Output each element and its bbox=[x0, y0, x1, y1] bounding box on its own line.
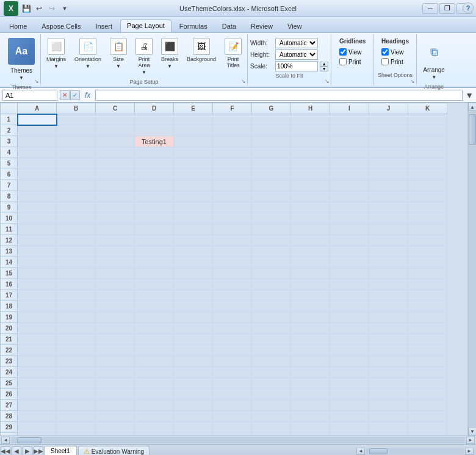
cell-E8[interactable] bbox=[174, 191, 213, 202]
row-header-15[interactable]: 15 bbox=[1, 268, 18, 279]
cell-I9[interactable] bbox=[330, 202, 369, 213]
cell-H10[interactable] bbox=[291, 213, 330, 224]
cell-H15[interactable] bbox=[291, 268, 330, 279]
horizontal-scrollbar[interactable]: ◄ ► bbox=[0, 435, 476, 444]
cell-J8[interactable] bbox=[369, 191, 408, 202]
height-select[interactable]: Automatic 1 page 2 pages bbox=[275, 49, 318, 60]
cell-H17[interactable] bbox=[291, 290, 330, 301]
cell-I25[interactable] bbox=[330, 378, 369, 389]
cell-D26[interactable] bbox=[135, 389, 174, 400]
cell-I16[interactable] bbox=[330, 279, 369, 290]
cell-E11[interactable] bbox=[174, 224, 213, 235]
cell-A23[interactable] bbox=[18, 356, 57, 367]
cell-A16[interactable] bbox=[18, 279, 57, 290]
cell-A25[interactable] bbox=[18, 378, 57, 389]
cell-I24[interactable] bbox=[330, 367, 369, 378]
cell-J21[interactable] bbox=[369, 334, 408, 345]
cell-A12[interactable] bbox=[18, 235, 57, 246]
headings-print-checkbox[interactable] bbox=[381, 58, 389, 65]
cell-B27[interactable] bbox=[57, 400, 96, 411]
row-header-30[interactable]: 30 bbox=[1, 433, 18, 436]
cell-A4[interactable] bbox=[18, 147, 57, 158]
cell-D24[interactable] bbox=[135, 367, 174, 378]
sheet-nav-first[interactable]: ◀◀ bbox=[1, 446, 10, 456]
cell-K3[interactable] bbox=[408, 136, 447, 147]
cell-A6[interactable] bbox=[18, 169, 57, 180]
col-header-F[interactable]: F bbox=[213, 103, 252, 114]
tab-insert[interactable]: Insert bbox=[89, 20, 120, 32]
cell-K8[interactable] bbox=[408, 191, 447, 202]
cell-H2[interactable] bbox=[291, 125, 330, 136]
scroll-up-btn[interactable]: ▲ bbox=[468, 103, 476, 111]
cell-H5[interactable] bbox=[291, 158, 330, 169]
cell-E1[interactable] bbox=[174, 114, 213, 125]
cell-G13[interactable] bbox=[252, 246, 291, 257]
cell-K10[interactable] bbox=[408, 213, 447, 224]
cell-F30[interactable] bbox=[213, 433, 252, 436]
cell-I27[interactable] bbox=[330, 400, 369, 411]
cell-H22[interactable] bbox=[291, 345, 330, 356]
cell-C10[interactable] bbox=[96, 213, 135, 224]
cell-D5[interactable] bbox=[135, 158, 174, 169]
save-quick-btn[interactable]: 💾 bbox=[21, 3, 32, 14]
cell-B10[interactable] bbox=[57, 213, 96, 224]
cell-B12[interactable] bbox=[57, 235, 96, 246]
cell-I30[interactable] bbox=[330, 433, 369, 436]
col-header-B[interactable]: B bbox=[57, 103, 96, 114]
cell-E6[interactable] bbox=[174, 169, 213, 180]
cell-B20[interactable] bbox=[57, 323, 96, 334]
row-header-9[interactable]: 9 bbox=[1, 202, 18, 213]
cell-F6[interactable] bbox=[213, 169, 252, 180]
cell-D30[interactable] bbox=[135, 433, 174, 436]
cell-G5[interactable] bbox=[252, 158, 291, 169]
cell-D16[interactable] bbox=[135, 279, 174, 290]
row-header-7[interactable]: 7 bbox=[1, 180, 18, 191]
cell-G11[interactable] bbox=[252, 224, 291, 235]
cell-I20[interactable] bbox=[330, 323, 369, 334]
tab-data[interactable]: Data bbox=[215, 20, 243, 32]
cell-F8[interactable] bbox=[213, 191, 252, 202]
gridlines-view-checkbox[interactable] bbox=[339, 48, 347, 56]
cell-C1[interactable] bbox=[96, 114, 135, 125]
cell-H23[interactable] bbox=[291, 356, 330, 367]
page-setup-arrow[interactable]: ↘ bbox=[241, 78, 246, 84]
cell-F18[interactable] bbox=[213, 301, 252, 312]
cell-I7[interactable] bbox=[330, 180, 369, 191]
cell-F2[interactable] bbox=[213, 125, 252, 136]
h-scroll-right-btn[interactable]: ► bbox=[466, 437, 475, 444]
cell-F7[interactable] bbox=[213, 180, 252, 191]
cell-A29[interactable] bbox=[18, 422, 57, 433]
cell-A30[interactable] bbox=[18, 433, 57, 436]
cell-E4[interactable] bbox=[174, 147, 213, 158]
cell-C20[interactable] bbox=[96, 323, 135, 334]
cell-C19[interactable] bbox=[96, 312, 135, 323]
cell-G25[interactable] bbox=[252, 378, 291, 389]
cell-G2[interactable] bbox=[252, 125, 291, 136]
formula-expand-btn[interactable]: ▼ bbox=[465, 90, 474, 100]
cell-A28[interactable] bbox=[18, 411, 57, 422]
breaks-button[interactable]: ⬛ Breaks▼ bbox=[158, 35, 181, 71]
cell-A18[interactable] bbox=[18, 301, 57, 312]
cell-K19[interactable] bbox=[408, 312, 447, 323]
cell-G3[interactable] bbox=[252, 136, 291, 147]
sheet-scroll-left[interactable]: ◄ bbox=[356, 448, 365, 455]
row-header-21[interactable]: 21 bbox=[1, 334, 18, 345]
row-header-4[interactable]: 4 bbox=[1, 147, 18, 158]
cell-B9[interactable] bbox=[57, 202, 96, 213]
cell-G21[interactable] bbox=[252, 334, 291, 345]
cell-B6[interactable] bbox=[57, 169, 96, 180]
cell-A26[interactable] bbox=[18, 389, 57, 400]
cell-G30[interactable] bbox=[252, 433, 291, 436]
cell-F24[interactable] bbox=[213, 367, 252, 378]
help-button[interactable]: ? bbox=[463, 2, 474, 13]
cell-F27[interactable] bbox=[213, 400, 252, 411]
cell-G12[interactable] bbox=[252, 235, 291, 246]
cell-C14[interactable] bbox=[96, 257, 135, 268]
col-header-A[interactable]: A bbox=[18, 103, 57, 114]
cell-E16[interactable] bbox=[174, 279, 213, 290]
cell-E12[interactable] bbox=[174, 235, 213, 246]
row-header-27[interactable]: 27 bbox=[1, 400, 18, 411]
cell-F21[interactable] bbox=[213, 334, 252, 345]
cell-C17[interactable] bbox=[96, 290, 135, 301]
cell-D4[interactable] bbox=[135, 147, 174, 158]
